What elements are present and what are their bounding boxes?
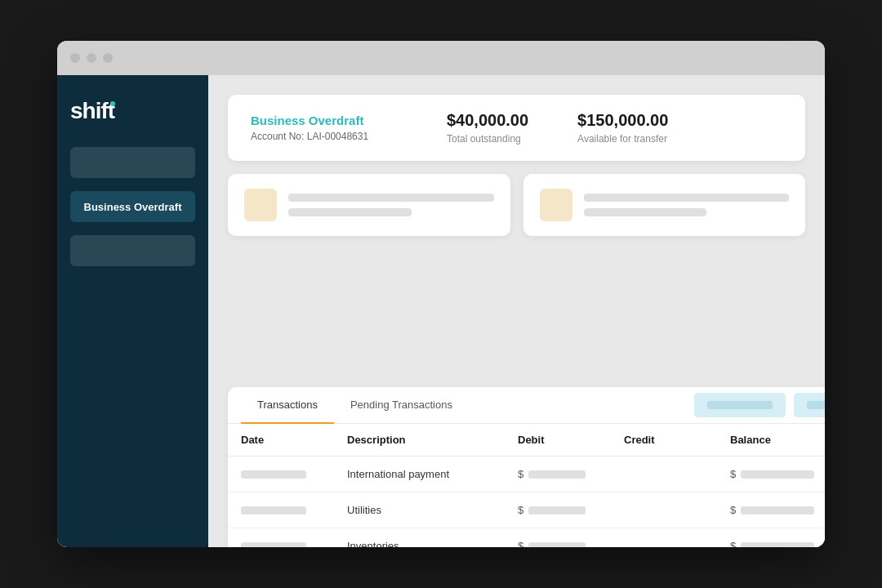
- available-transfer: $150,000.00 Available for transfer: [577, 111, 668, 145]
- date-placeholder-3: [241, 542, 306, 548]
- account-info: Business Overdraft Account No: LAI-00048…: [251, 114, 398, 142]
- table-row: International payment $ $: [228, 457, 825, 492]
- available-transfer-label: Available for transfer: [577, 133, 668, 145]
- tab-pending-label: Pending Transactions: [350, 399, 452, 411]
- widget-lines-1: [288, 194, 494, 216]
- logo-word: shift: [70, 98, 114, 123]
- widget-icon-1: [244, 189, 277, 221]
- account-name: Business Overdraft: [251, 114, 398, 127]
- browser-window: shift Business Overdraft Business Overdr…: [57, 41, 825, 547]
- table-row: Utilities $ $: [228, 492, 825, 528]
- tabs-row: Transactions Pending Transactions: [228, 387, 825, 424]
- action-button-1[interactable]: [694, 393, 786, 417]
- action-btn-1-placeholder: [707, 401, 773, 409]
- widget-line-1b: [288, 208, 412, 216]
- total-outstanding-value: $40,000.00: [447, 111, 528, 130]
- description-3: Inventories: [347, 540, 518, 547]
- sidebar-active-label: Business Overdraft: [84, 201, 182, 213]
- traffic-light-yellow: [87, 53, 96, 63]
- widget-line-1a: [288, 194, 494, 202]
- balance-amount-2: [741, 506, 814, 514]
- widget-line-2a: [584, 194, 790, 202]
- widget-card-2: [523, 174, 806, 236]
- table-header: Date Description Debit Credit Balance: [228, 424, 825, 457]
- traffic-light-red: [70, 53, 80, 63]
- tabs-actions: [694, 393, 825, 417]
- tab-pending-transactions[interactable]: Pending Transactions: [334, 387, 469, 424]
- widget-card-1: [228, 174, 510, 236]
- debit-3: $: [518, 540, 624, 547]
- tab-transactions[interactable]: Transactions: [241, 387, 334, 424]
- account-number: Account No: LAI-00048631: [251, 131, 398, 142]
- col-date: Date: [241, 434, 347, 446]
- date-placeholder-2: [241, 506, 306, 514]
- logo: shift: [70, 95, 195, 127]
- browser-titlebar: [57, 41, 825, 75]
- col-credit: Credit: [624, 434, 730, 446]
- description-1: International payment: [347, 468, 518, 480]
- main-area: Business Overdraft Account No: LAI-00048…: [208, 75, 825, 547]
- logo-accent-dot: [110, 101, 115, 106]
- logo-text: shift: [70, 98, 114, 124]
- action-button-2[interactable]: [794, 393, 825, 417]
- sidebar-item-1[interactable]: [70, 147, 195, 178]
- balance-3: $: [730, 540, 825, 547]
- col-debit: Debit: [518, 434, 624, 446]
- sidebar-item-3[interactable]: [70, 235, 195, 266]
- balance-amount-3: [741, 542, 814, 548]
- debit-amount-3: [528, 542, 586, 548]
- total-outstanding-label: Total outstanding: [447, 133, 528, 145]
- balance-2: $: [730, 504, 825, 516]
- debit-dollar-1: $: [518, 468, 523, 480]
- widget-row: [228, 174, 805, 236]
- debit-1: $: [518, 468, 624, 480]
- widget-lines-2: [584, 194, 790, 216]
- action-btn-2-placeholder: [807, 401, 825, 409]
- sidebar: shift Business Overdraft: [57, 75, 208, 547]
- tab-transactions-label: Transactions: [257, 399, 318, 411]
- browser-content: shift Business Overdraft Business Overdr…: [57, 75, 825, 547]
- widget-icon-2: [540, 189, 572, 221]
- tabs-left: Transactions Pending Transactions: [241, 387, 469, 423]
- transactions-table: Date Description Debit Credit Balance In…: [228, 424, 825, 547]
- sidebar-item-business-overdraft[interactable]: Business Overdraft: [70, 191, 195, 222]
- traffic-light-green: [103, 53, 113, 63]
- total-outstanding: $40,000.00 Total outstanding: [447, 111, 528, 145]
- balance-1: $: [730, 468, 825, 480]
- transactions-section: Transactions Pending Transactions: [228, 387, 825, 547]
- description-2: Utilities: [347, 504, 518, 516]
- balance-dollar-3: $: [730, 540, 736, 547]
- col-description: Description: [347, 434, 518, 446]
- balance-dollar-1: $: [730, 468, 736, 480]
- available-transfer-value: $150,000.00: [577, 111, 668, 130]
- balance-dollar-2: $: [730, 504, 736, 516]
- widget-line-2b: [584, 208, 707, 216]
- account-card: Business Overdraft Account No: LAI-00048…: [228, 95, 805, 161]
- col-balance: Balance: [730, 434, 825, 446]
- balance-amount-1: [741, 470, 814, 479]
- debit-2: $: [518, 504, 624, 516]
- debit-dollar-2: $: [518, 504, 523, 516]
- debit-dollar-3: $: [518, 540, 523, 547]
- debit-amount-1: [528, 470, 586, 479]
- debit-amount-2: [528, 506, 586, 514]
- table-row: Inventories $ $: [228, 528, 825, 547]
- date-placeholder-1: [241, 470, 306, 479]
